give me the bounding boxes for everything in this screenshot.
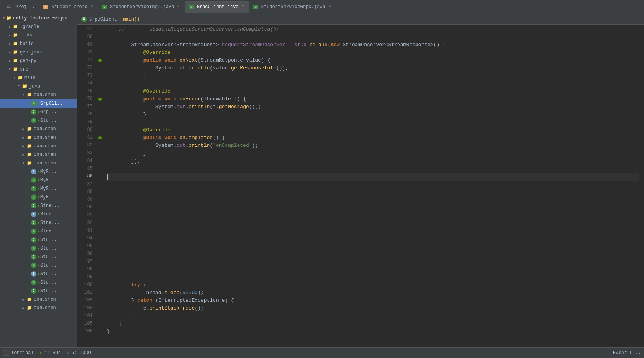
sidebar-item-stu-e[interactable]: I ● Stu...: [0, 270, 77, 278]
code-line-106[interactable]: }: [107, 328, 639, 336]
sidebar-item-com-shen-4[interactable]: ▶ 📁 com.shen: [0, 142, 77, 150]
tab-student-service-grpc[interactable]: C StudentServiceGrpc.java ×: [249, 1, 336, 13]
stu-1-badge: C: [31, 118, 36, 123]
sidebar-item-com-shen-2[interactable]: ▶ 📁 com.shen: [0, 125, 77, 133]
sidebar-item-java[interactable]: ▼ 📁 java: [0, 82, 77, 91]
sidebar-item-grp[interactable]: C ● Grp...: [0, 108, 77, 116]
code-line-77[interactable]: System.out.println(t.getMessage());: [107, 103, 639, 111]
code-line-102[interactable]: } catch (InterruptedException e) {: [107, 297, 639, 305]
code-line-79[interactable]: [107, 119, 639, 126]
sidebar-item-grpc-client[interactable]: C ● GrpCli...: [0, 99, 77, 108]
run-dot-76[interactable]: [98, 98, 102, 101]
code-line-83[interactable]: }: [107, 150, 639, 157]
tab-proj[interactable]: 🗂 Proj...: [2, 1, 39, 13]
sidebar-item-myr-2[interactable]: C ● MyR...: [0, 176, 77, 184]
code-line-96[interactable]: [107, 250, 639, 258]
code-line-92[interactable]: [107, 219, 639, 227]
code-line-104[interactable]: }: [107, 312, 639, 320]
code-line-99[interactable]: [107, 274, 639, 281]
tab-student-service-impl[interactable]: C StudentServiceImpl.java ×: [98, 1, 185, 13]
sidebar-item-stu-c[interactable]: C ● Stu...: [0, 253, 77, 261]
sidebar-item-myr-1[interactable]: I ● MyR...: [0, 167, 77, 176]
code-line-81[interactable]: public void onCompleted() {: [107, 134, 639, 142]
sidebar-item-gen-py[interactable]: ▶ 📁 gen-py: [0, 57, 77, 65]
sidebar-item-stu-b[interactable]: C ● Stu...: [0, 244, 77, 253]
event-log-button[interactable]: Event L...: [613, 350, 641, 356]
sidebar-item-idea[interactable]: ▶ 📁 .idea: [0, 31, 77, 40]
code-line-88[interactable]: [107, 188, 639, 196]
run-dot-81[interactable]: [98, 136, 102, 139]
sidebar-item-stu-d[interactable]: C ● Stu...: [0, 261, 77, 270]
code-line-78[interactable]: }: [107, 111, 639, 119]
code-line-90[interactable]: [107, 204, 639, 212]
breadcrumb-method[interactable]: main(): [123, 17, 139, 22]
sidebar-item-stre-2[interactable]: I ● Stre...: [0, 210, 77, 219]
code-line-89[interactable]: [107, 196, 639, 204]
code-line-75[interactable]: @Override: [107, 88, 639, 95]
breadcrumb-class[interactable]: GrpcClient: [89, 17, 117, 22]
sidebar-item-stre-4[interactable]: C ● Stre...: [0, 227, 77, 236]
code-line-80[interactable]: @Override: [107, 126, 639, 134]
sidebar-item-com-shen-5[interactable]: ▶ 📁 com.shen: [0, 150, 77, 159]
sidebar-item-stre-1[interactable]: C ● Stre...: [0, 201, 77, 210]
sidebar[interactable]: ▼ 📁 netty_lecture ~/mypr... ▶ 📁 .gradle …: [0, 14, 77, 347]
tab-grpc-client[interactable]: C GrpcClient.java ×: [185, 1, 249, 13]
code-line-97[interactable]: [107, 258, 639, 266]
code-editor[interactable]: // studentRequestStreamObserver.onComple…: [104, 25, 639, 347]
editor-area: C GrpcClient › main() 676869707172737475…: [77, 14, 644, 347]
code-line-85[interactable]: [107, 165, 639, 173]
code-line-70[interactable]: @Override: [107, 49, 639, 57]
sidebar-item-gradle[interactable]: ▶ 📁 .gradle: [0, 22, 77, 31]
code-line-84[interactable]: });: [107, 157, 639, 165]
code-line-71[interactable]: public void onNext(StreamResponse value)…: [107, 57, 639, 64]
code-line-69[interactable]: StreamObserver<StreamRequest> requestStr…: [107, 41, 639, 49]
tab-student-proto[interactable]: P Student.proto ×: [39, 1, 98, 13]
code-line-105[interactable]: }: [107, 320, 639, 328]
sidebar-item-gen-java[interactable]: ▶ 📁 gen-java: [0, 48, 77, 57]
code-line-68[interactable]: [107, 33, 639, 41]
terminal-button[interactable]: ⬛ Terminal: [3, 349, 34, 356]
code-line-73[interactable]: }: [107, 72, 639, 80]
sidebar-item-stre-3[interactable]: C ● Stre...: [0, 219, 77, 227]
code-line-101[interactable]: Thread.sleep(50000);: [107, 289, 639, 297]
todo-button[interactable]: ✓ 6: TODO: [67, 350, 91, 356]
code-line-95[interactable]: [107, 243, 639, 250]
line-number-73: 73: [77, 72, 93, 80]
sidebar-item-stu-g[interactable]: C ● Stu...: [0, 287, 77, 295]
tab-java-icon-3: C: [253, 5, 258, 9]
code-line-86[interactable]: [107, 173, 639, 181]
code-line-67[interactable]: // studentRequestStreamObserver.onComple…: [107, 26, 639, 33]
tab-student-service-impl-close[interactable]: ×: [177, 4, 181, 9]
code-line-93[interactable]: [107, 227, 639, 235]
code-line-100[interactable]: try {: [107, 281, 639, 289]
tab-grpc-client-close[interactable]: ×: [241, 4, 245, 9]
code-line-76[interactable]: public void onError(Throwable t) {: [107, 95, 639, 103]
code-line-98[interactable]: [107, 266, 639, 274]
sidebar-item-build[interactable]: ▶ 📁 build: [0, 40, 77, 48]
sidebar-item-com-shen-7[interactable]: ▶ 📁 com.shen: [0, 295, 77, 304]
sidebar-item-stu-1[interactable]: C ● Stu...: [0, 116, 77, 125]
sidebar-item-stu-a[interactable]: C ● Stu...: [0, 236, 77, 244]
tab-student-service-grpc-close[interactable]: ×: [327, 4, 331, 9]
code-line-82[interactable]: System.out.println("onCompleted");: [107, 142, 639, 150]
sidebar-item-main[interactable]: ▼ 📁 main: [0, 74, 77, 82]
sidebar-item-com-shen-1[interactable]: ▼ 📁 com.shen: [0, 91, 77, 99]
sidebar-item-myr-3[interactable]: C ● MyR...: [0, 184, 77, 193]
run-dot-71[interactable]: [98, 59, 102, 62]
code-line-103[interactable]: e.printStackTrace();: [107, 305, 639, 312]
sidebar-item-com-shen-8[interactable]: ▶ 📁 com.shen: [0, 304, 77, 312]
run-button[interactable]: ▶ 4: Run: [40, 350, 61, 356]
tab-student-service-impl-label: StudentServiceImpl.java: [110, 4, 174, 10]
sidebar-item-src[interactable]: ▼ 📁 src: [0, 65, 77, 74]
code-line-72[interactable]: System.out.println(value.getResponseInfo…: [107, 64, 639, 72]
code-line-94[interactable]: [107, 235, 639, 243]
tab-student-proto-close[interactable]: ×: [90, 4, 94, 9]
code-line-74[interactable]: [107, 80, 639, 88]
code-line-87[interactable]: [107, 181, 639, 188]
sidebar-item-com-shen-3[interactable]: ▶ 📁 com.shen: [0, 133, 77, 142]
sidebar-item-stu-f[interactable]: C ● Stu...: [0, 278, 77, 287]
sidebar-root[interactable]: ▼ 📁 netty_lecture ~/mypr...: [0, 14, 77, 22]
sidebar-item-myr-4[interactable]: C ● MyR...: [0, 193, 77, 201]
sidebar-item-com-shen-6[interactable]: ▼ 📁 com.shen: [0, 159, 77, 167]
code-line-91[interactable]: [107, 212, 639, 219]
